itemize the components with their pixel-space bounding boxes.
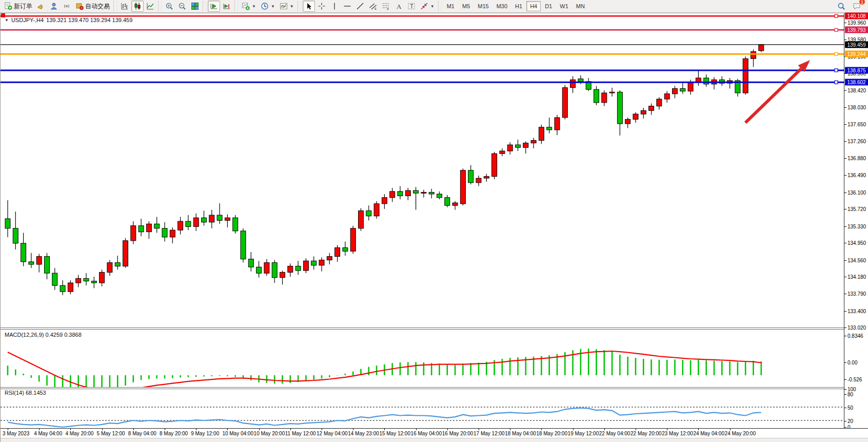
timeframe-h4-button[interactable]: H4	[526, 1, 541, 11]
price-tick	[844, 124, 846, 125]
timeframe-h1-button[interactable]: H1	[511, 1, 526, 11]
price-tick-label: 134.950	[847, 240, 866, 246]
hline-price-badge: 138.875	[845, 67, 868, 73]
candlestick-plot[interactable]	[1, 13, 844, 328]
toolbar-separator	[298, 1, 301, 11]
time-tick	[604, 429, 605, 430]
new-chart-button[interactable]: ▼	[240, 1, 258, 12]
hline-objects[interactable]	[1, 14, 844, 84]
rsi-label: RSI(14) 68.1453	[5, 390, 46, 396]
new-order-button[interactable]: 新订单	[2, 1, 34, 12]
label-tool-button[interactable]: T	[405, 1, 418, 12]
timeframe-mn-button[interactable]: MN	[573, 1, 588, 11]
vline-icon	[330, 2, 339, 10]
chart-window: ▼ USDJPY-,H4 139.321 139.470 139.294 139…	[0, 13, 868, 442]
rsi-plot[interactable]	[1, 389, 844, 428]
crosshair-tool-button[interactable]	[315, 1, 328, 12]
shapes-tool-button[interactable]: ▼	[418, 1, 437, 12]
tile-windows-button[interactable]	[189, 1, 201, 12]
time-tick-label: 14 May 23:00	[348, 431, 379, 436]
price-tick	[844, 328, 846, 328]
channel-icon: E	[369, 2, 377, 10]
time-tick-label: 10 May 20:00	[254, 431, 285, 436]
chevron-down-icon[interactable]: ▼	[252, 4, 256, 9]
period-clock-button[interactable]: ▼	[259, 1, 277, 12]
price-scale[interactable]: 139.960139.580139.190138.800138.420138.0…	[844, 13, 868, 441]
chart-menu-caret[interactable]: ▼	[5, 18, 9, 23]
svg-text:F: F	[387, 8, 389, 11]
toolbar-separator	[438, 1, 442, 11]
time-tick	[416, 429, 417, 430]
svg-text:T: T	[410, 4, 413, 9]
autotrade-button[interactable]: 自动交易	[73, 1, 112, 12]
chevron-down-icon[interactable]: ▼	[430, 4, 435, 9]
chart-title: ▼ USDJPY-,H4 139.321 139.470 139.294 139…	[5, 17, 132, 23]
timeframe-d1-button[interactable]: D1	[541, 1, 556, 11]
macd-tick	[844, 379, 846, 380]
person-icon	[50, 2, 58, 10]
time-tick-label: 11 May 12:00	[285, 431, 316, 436]
search-button[interactable]	[835, 1, 847, 12]
vertical-line-tool-button[interactable]	[328, 1, 341, 12]
time-scale[interactable]: 3 May 20234 May 04:004 May 20:005 May 12…	[1, 428, 868, 438]
price-tick	[844, 193, 846, 193]
trendline-tool-button[interactable]	[354, 1, 366, 12]
auto-scroll-button[interactable]	[208, 1, 220, 12]
accounts-icon-button[interactable]	[48, 1, 60, 12]
signals-icon-button[interactable]	[61, 1, 73, 12]
price-tick	[844, 209, 846, 209]
chevron-down-icon[interactable]: ▼	[290, 4, 294, 9]
price-tick	[844, 294, 846, 294]
up-arrow-annotation[interactable]	[745, 60, 810, 123]
hline-price-badge: 139.793	[845, 27, 868, 33]
price-tick	[844, 175, 846, 176]
bar-chart-button[interactable]	[119, 1, 131, 12]
time-tick	[70, 429, 71, 430]
horn-icon	[37, 2, 45, 10]
time-tick-label: 24 May 04:00	[693, 431, 724, 436]
chart-ohlc-values: 139.321 139.470 139.294 139.459	[46, 17, 132, 23]
time-tick	[353, 429, 353, 430]
time-tick	[8, 429, 8, 430]
svg-text:E: E	[374, 7, 377, 10]
candlestick-chart-button[interactable]	[131, 1, 144, 12]
text-tool-button[interactable]: A	[392, 1, 405, 12]
time-tick-label: 15 May 12:00	[379, 431, 410, 436]
rsi-tick	[844, 394, 846, 395]
time-tick	[636, 429, 636, 430]
rsi-tick	[844, 408, 846, 408]
channel-tool-button[interactable]: E	[367, 1, 379, 12]
time-tick-label: 9 May 12:00	[191, 431, 219, 436]
zoom-in-button[interactable]	[163, 1, 175, 12]
fibonacci-tool-button[interactable]: F	[380, 1, 392, 12]
shift-icon	[223, 2, 231, 10]
zoom-out-button[interactable]	[176, 1, 188, 12]
fib-icon: F	[382, 2, 390, 10]
line-chart-button[interactable]	[144, 1, 156, 12]
macd-plot[interactable]	[1, 330, 844, 387]
timeframe-m30-button[interactable]: M30	[493, 1, 511, 11]
timeframe-w1-button[interactable]: W1	[556, 1, 572, 11]
bars-icon	[121, 2, 129, 10]
time-tick-label: 16 May 04:00	[411, 431, 442, 436]
price-tick-label: 134.180	[847, 274, 866, 280]
timeframe-m1-button[interactable]: M1	[443, 1, 458, 11]
search-icon	[837, 2, 845, 10]
time-tick-label: 19 May 12:00	[568, 431, 599, 436]
timeframe-m15-button[interactable]: M15	[474, 1, 492, 11]
chevron-down-icon[interactable]: ▼	[271, 4, 275, 9]
rsi-tick	[844, 427, 846, 428]
cursor-tool-button[interactable]	[303, 1, 315, 12]
timeframe-m5-button[interactable]: M5	[459, 1, 474, 11]
price-tick-label: 137.260	[847, 139, 866, 144]
tiles-icon	[191, 2, 199, 10]
chart-shift-button[interactable]	[221, 1, 233, 12]
notifications-button[interactable]: 1	[851, 1, 863, 12]
time-tick-label: 8 May 20:00	[160, 431, 188, 436]
indicators-button[interactable]: ▼	[278, 1, 296, 12]
price-tick	[844, 107, 846, 108]
time-tick-label: 22 May 20:00	[630, 431, 662, 436]
alerts-icon-button[interactable]	[35, 1, 47, 12]
horizontal-line-tool-button[interactable]	[341, 1, 353, 12]
macd-tick-label: 0.00	[847, 360, 857, 366]
